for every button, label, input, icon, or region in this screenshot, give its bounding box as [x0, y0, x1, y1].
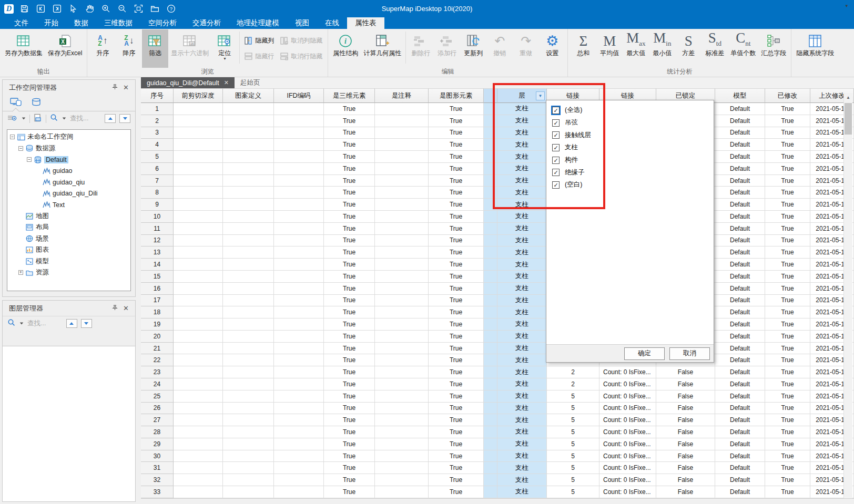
- table-cell[interactable]: 5: [547, 486, 599, 498]
- table-cell[interactable]: True: [765, 246, 810, 259]
- table-cell[interactable]: Count: 0 IsFixe...: [599, 403, 656, 415]
- table-cell[interactable]: True: [324, 151, 375, 163]
- row-number-cell[interactable]: 25: [141, 390, 174, 403]
- row-number-cell[interactable]: 26: [141, 403, 174, 415]
- table-cell[interactable]: [174, 127, 223, 139]
- table-cell[interactable]: [484, 211, 497, 223]
- table-cell[interactable]: [223, 271, 274, 283]
- table-cell[interactable]: [375, 211, 429, 223]
- table-cell[interactable]: 支柱: [497, 271, 547, 283]
- tree-item-图表[interactable]: 图表: [7, 244, 130, 256]
- table-cell[interactable]: 支柱: [497, 187, 547, 199]
- table-cell[interactable]: True: [324, 414, 375, 426]
- table-cell[interactable]: [174, 474, 223, 486]
- table-cell[interactable]: [274, 295, 324, 307]
- table-cell[interactable]: True: [765, 139, 810, 151]
- table-cell[interactable]: [484, 354, 497, 366]
- row-number-cell[interactable]: 30: [141, 450, 174, 462]
- table-cell[interactable]: 支柱: [497, 151, 547, 163]
- column-header-是图形元素[interactable]: 是图形元素: [429, 88, 484, 103]
- table-cell[interactable]: [274, 366, 324, 378]
- table-cell[interactable]: True: [324, 223, 375, 235]
- datasource-tab[interactable]: [31, 97, 42, 109]
- table-cell[interactable]: [223, 187, 274, 199]
- table-cell[interactable]: True: [765, 414, 810, 426]
- table-cell[interactable]: 5: [547, 438, 599, 450]
- checkbox-icon[interactable]: ✓: [552, 169, 560, 176]
- filter-option-支柱[interactable]: ✓支柱: [551, 141, 709, 154]
- table-cell[interactable]: [174, 246, 223, 259]
- scrollbar-thumb[interactable]: [845, 103, 852, 135]
- table-cell[interactable]: True: [765, 223, 810, 235]
- table-cell[interactable]: True: [429, 378, 484, 390]
- table-cell[interactable]: [484, 223, 497, 235]
- table-cell[interactable]: [375, 438, 429, 450]
- find-next-button[interactable]: [81, 319, 92, 328]
- table-cell[interactable]: Default: [715, 438, 765, 450]
- row-number-cell[interactable]: 23: [141, 366, 174, 378]
- table-cell[interactable]: [484, 474, 497, 486]
- table-cell[interactable]: True: [765, 151, 810, 163]
- table-cell[interactable]: True: [765, 462, 810, 474]
- table-cell[interactable]: True: [765, 306, 810, 318]
- table-cell[interactable]: Count: 0 IsFixe...: [599, 378, 656, 390]
- ribbon-button-隐藏列[interactable]: 隐藏列: [245, 33, 274, 49]
- table-cell[interactable]: True: [429, 450, 484, 462]
- ribbon-button-标准差[interactable]: Std标准差: [702, 29, 728, 68]
- table-cell[interactable]: [484, 414, 497, 426]
- table-cell[interactable]: True: [765, 199, 810, 211]
- table-cell[interactable]: True: [324, 115, 375, 127]
- table-cell[interactable]: True: [324, 426, 375, 438]
- table-cell[interactable]: [174, 235, 223, 247]
- table-cell[interactable]: [274, 211, 324, 223]
- table-cell[interactable]: True: [324, 306, 375, 318]
- table-cell[interactable]: [375, 199, 429, 211]
- table-cell[interactable]: [174, 438, 223, 450]
- table-cell[interactable]: [174, 331, 223, 343]
- table-cell[interactable]: Count: 0 IsFixe...: [599, 390, 656, 403]
- row-number-cell[interactable]: 18: [141, 306, 174, 318]
- ribbon-button-平均值[interactable]: M平均值: [596, 29, 623, 68]
- table-cell[interactable]: [274, 331, 324, 343]
- table-cell[interactable]: 5: [547, 474, 599, 486]
- table-cell[interactable]: Default: [715, 318, 765, 331]
- table-cell[interactable]: [375, 235, 429, 247]
- table-cell[interactable]: [274, 175, 324, 187]
- table-cell[interactable]: [375, 115, 429, 127]
- table-cell[interactable]: [375, 103, 429, 115]
- table-cell[interactable]: [484, 163, 497, 175]
- table-cell[interactable]: Default: [715, 199, 765, 211]
- filter-option-绝缘子[interactable]: ✓绝缘子: [551, 166, 709, 179]
- table-cell[interactable]: 支柱: [497, 283, 547, 295]
- table-cell[interactable]: [375, 175, 429, 187]
- export-image-icon[interactable]: [34, 114, 42, 124]
- table-cell[interactable]: True: [429, 390, 484, 403]
- table-cell[interactable]: [274, 246, 324, 259]
- table-cell[interactable]: [174, 403, 223, 415]
- table-cell[interactable]: True: [429, 271, 484, 283]
- table-cell[interactable]: 2: [547, 366, 599, 378]
- table-cell[interactable]: True: [429, 199, 484, 211]
- table-cell[interactable]: [223, 331, 274, 343]
- table-cell[interactable]: True: [324, 366, 375, 378]
- ribbon-button-降序[interactable]: ZA↓降序: [116, 29, 142, 68]
- table-cell[interactable]: True: [765, 175, 810, 187]
- table-cell[interactable]: [484, 199, 497, 211]
- table-cell[interactable]: True: [429, 462, 484, 474]
- table-cell[interactable]: True: [324, 271, 375, 283]
- table-cell[interactable]: 支柱: [497, 343, 547, 355]
- ribbon-button-计算几何属性[interactable]: 计算几何属性: [361, 29, 404, 68]
- table-cell[interactable]: True: [429, 331, 484, 343]
- table-cell[interactable]: Default: [715, 175, 765, 187]
- table-cell[interactable]: True: [429, 474, 484, 486]
- collapse-icon[interactable]: −: [18, 146, 23, 151]
- table-cell[interactable]: [223, 474, 274, 486]
- ribbon-button-另存为数据集[interactable]: 另存为数据集: [2, 29, 45, 68]
- table-cell[interactable]: 支柱: [497, 438, 547, 450]
- table-cell[interactable]: 支柱: [497, 103, 547, 115]
- pan-hand-icon[interactable]: [84, 4, 95, 14]
- table-cell[interactable]: [223, 438, 274, 450]
- table-cell[interactable]: Default: [715, 211, 765, 223]
- table-cell[interactable]: True: [324, 462, 375, 474]
- table-cell[interactable]: Default: [715, 246, 765, 259]
